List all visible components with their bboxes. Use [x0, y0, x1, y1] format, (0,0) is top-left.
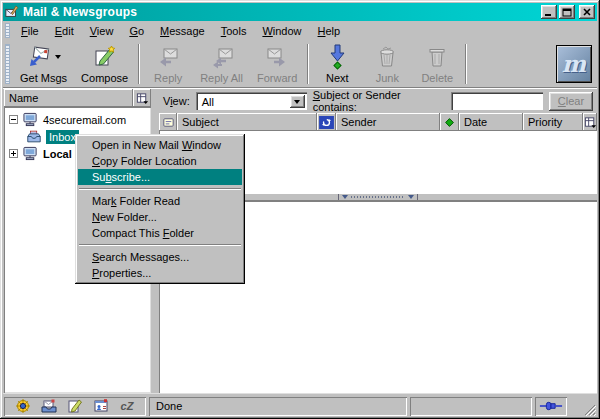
- reply-all-icon: [210, 45, 234, 69]
- forward-icon: [265, 45, 289, 69]
- menu-window[interactable]: Window: [254, 23, 309, 39]
- online-status-panel[interactable]: [535, 397, 567, 416]
- view-label: View:: [163, 95, 190, 107]
- next-button[interactable]: Next: [312, 42, 362, 86]
- forward-button[interactable]: Forward: [250, 42, 304, 86]
- progress-panel: [410, 397, 532, 416]
- mail-toolbar: Get Msgs Compose: [3, 40, 597, 87]
- menu-message[interactable]: Message: [152, 23, 213, 39]
- reply-label: Reply: [154, 72, 182, 84]
- local-folders-icon: [22, 146, 39, 161]
- maximize-button[interactable]: [559, 5, 575, 19]
- flag-column-icon[interactable]: [440, 113, 459, 131]
- folder-column-header-name[interactable]: Name: [4, 89, 133, 107]
- message-type-column-icon[interactable]: [159, 113, 177, 131]
- clear-button[interactable]: Clear: [549, 92, 593, 111]
- navigator-icon[interactable]: [13, 398, 33, 414]
- mail-newsgroups-window: Mail & Newsgroups File Edit View Go Mess…: [0, 0, 600, 419]
- toolbar-grippy-handle[interactable]: [5, 44, 10, 84]
- reply-all-button[interactable]: Reply All: [193, 42, 250, 86]
- thread-column-icon[interactable]: [317, 113, 336, 131]
- menu-view[interactable]: View: [82, 23, 122, 39]
- get-mail-icon: [27, 45, 51, 69]
- account-label: 4securemail.com: [43, 114, 126, 126]
- junk-icon: [375, 45, 399, 69]
- thread-column-headers: Subject Sender Date Priority: [159, 113, 597, 131]
- menu-separator: [79, 244, 241, 246]
- menuitem-search-messages[interactable]: Search Messages...: [78, 249, 242, 265]
- minimize-button[interactable]: [541, 5, 557, 19]
- menuitem-open-in-new-mail-window[interactable]: Open in New Mail Window: [78, 137, 242, 153]
- titlebar[interactable]: Mail & Newsgroups: [3, 3, 597, 21]
- filter-group: Subject or Sender contains: Clear: [313, 89, 593, 113]
- mail-server-icon: [22, 112, 39, 127]
- mail-component-icon[interactable]: [39, 398, 59, 414]
- junk-button[interactable]: Junk: [362, 42, 412, 86]
- inbox-label-selected: Inbox: [46, 130, 79, 144]
- toolbar-separator: [465, 44, 467, 84]
- app-icon: [5, 5, 19, 19]
- compose-icon: [93, 45, 117, 69]
- toolbar-separator: [307, 44, 309, 84]
- chatzilla-icon[interactable]: cZ: [117, 398, 137, 414]
- tree-row-account[interactable]: 4securemail.com: [4, 111, 151, 128]
- menu-file[interactable]: File: [13, 23, 47, 39]
- collapse-up-icon: [342, 195, 348, 199]
- column-header-date[interactable]: Date: [459, 113, 523, 131]
- menu-go[interactable]: Go: [121, 23, 152, 39]
- menuitem-mark-folder-read[interactable]: Mark Folder Read: [78, 193, 242, 209]
- filter-input[interactable]: [451, 92, 543, 110]
- statusbar: cZ Done: [3, 393, 597, 416]
- menuitem-compact-this-folder[interactable]: Compact This Folder: [78, 225, 242, 241]
- get-msgs-label: Get Msgs: [20, 72, 67, 84]
- menu-tools[interactable]: Tools: [213, 23, 255, 39]
- forward-label: Forward: [257, 72, 297, 84]
- view-search-bar: View: All Subject or Sender contains: Cl…: [159, 89, 597, 113]
- menuitem-properties[interactable]: Properties...: [78, 265, 242, 281]
- resize-grip[interactable]: [583, 403, 596, 416]
- view-select[interactable]: All: [196, 92, 307, 110]
- menuitem-subscribe[interactable]: Subscribe...: [78, 169, 242, 185]
- status-text: Done: [156, 400, 182, 412]
- menu-help[interactable]: Help: [310, 23, 349, 39]
- collapse-minus-icon[interactable]: [9, 115, 18, 124]
- inbox-icon: [26, 130, 42, 143]
- compose-label: Compose: [81, 72, 128, 84]
- get-msgs-dropdown-icon[interactable]: [55, 55, 61, 59]
- menuitem-new-folder[interactable]: New Folder...: [78, 209, 242, 225]
- column-header-subject[interactable]: Subject: [177, 113, 317, 131]
- next-icon: [325, 44, 349, 70]
- folder-context-menu: Open in New Mail Window Copy Folder Loca…: [75, 134, 245, 284]
- menuitem-copy-folder-location[interactable]: Copy Folder Location: [78, 153, 242, 169]
- folder-column-picker-icon[interactable]: [133, 89, 151, 107]
- address-book-icon[interactable]: [91, 398, 111, 414]
- chevron-down-icon[interactable]: [290, 95, 305, 108]
- online-plug-icon: [539, 400, 563, 412]
- compose-button[interactable]: Compose: [74, 42, 135, 86]
- composer-component-icon[interactable]: [65, 398, 85, 414]
- reply-icon: [156, 45, 180, 69]
- menu-separator: [79, 188, 241, 190]
- status-message-panel: Done: [149, 397, 407, 416]
- collapse-down-icon: [408, 195, 414, 199]
- get-msgs-button[interactable]: Get Msgs: [13, 42, 74, 86]
- reply-button[interactable]: Reply: [143, 42, 193, 86]
- delete-label: Delete: [421, 72, 453, 84]
- expand-plus-icon[interactable]: [9, 149, 18, 158]
- filter-label: Subject or Sender contains:: [313, 89, 445, 113]
- column-header-sender[interactable]: Sender: [336, 113, 440, 131]
- menubar-grippy-handle[interactable]: [5, 23, 10, 38]
- delete-button[interactable]: Delete: [412, 42, 462, 86]
- reply-all-label: Reply All: [200, 72, 243, 84]
- component-bar: cZ: [4, 397, 146, 416]
- column-header-priority[interactable]: Priority: [523, 113, 583, 131]
- thread-column-picker-icon[interactable]: [583, 113, 597, 131]
- window-title: Mail & Newsgroups: [23, 5, 539, 19]
- mozilla-logo[interactable]: m: [556, 45, 592, 83]
- toolbar-separator: [138, 44, 140, 84]
- delete-icon: [425, 45, 449, 69]
- next-label: Next: [326, 72, 349, 84]
- view-select-value: All: [202, 96, 290, 108]
- close-button[interactable]: [579, 5, 595, 19]
- menu-edit[interactable]: Edit: [47, 23, 82, 39]
